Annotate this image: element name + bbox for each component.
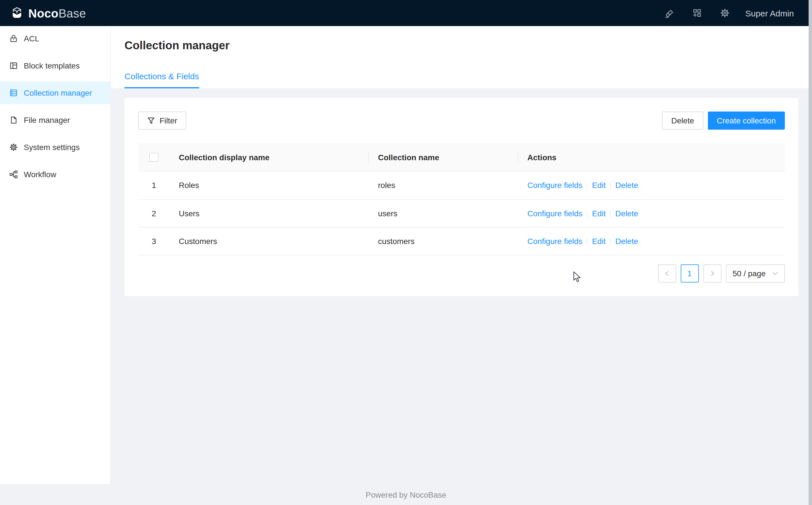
cell-name: roles (369, 172, 518, 200)
collections-card: Filter Delete Create collection (124, 98, 798, 296)
funnel-icon (147, 117, 155, 125)
logo-text-light: Base (58, 6, 86, 19)
powered-by-text: Powered by NocoBase (366, 490, 447, 499)
highlighter-icon[interactable] (655, 0, 683, 26)
action-divider (610, 210, 611, 218)
delete-link[interactable]: Delete (615, 181, 638, 190)
cell-name: users (369, 199, 518, 227)
sidebar: ACL Block templates (0, 26, 111, 484)
action-divider (587, 238, 588, 246)
table-header-row: Collection display name Collection name … (138, 143, 785, 172)
row-index[interactable]: 2 (138, 199, 170, 227)
next-page-button[interactable] (703, 265, 721, 283)
filter-button[interactable]: Filter (138, 112, 186, 130)
cell-actions: Configure fieldsEditDelete (518, 227, 785, 255)
select-all-checkbox[interactable] (150, 153, 159, 162)
gear-icon (9, 143, 18, 152)
chevron-down-icon (772, 272, 778, 276)
nocobase-logo[interactable]: NocoBase (10, 6, 86, 20)
action-divider (610, 238, 611, 246)
lock-icon (9, 34, 18, 43)
column-header-actions: Actions (518, 143, 785, 172)
sidebar-item-file-manager[interactable]: File manager (0, 109, 110, 131)
tabs-bar: Collections & Fields (124, 70, 798, 88)
user-menu[interactable]: Super Admin (745, 8, 794, 18)
sidebar-item-label: File manager (24, 116, 70, 125)
sidebar-item-system-settings[interactable]: System settings (0, 136, 110, 159)
action-divider (587, 210, 588, 218)
edit-link[interactable]: Edit (592, 209, 606, 218)
main-area: Collection manager Collections & Fields (111, 26, 812, 484)
sidebar-item-workflow[interactable]: Workflow (0, 163, 110, 186)
page-header: Collection manager Collections & Fields (111, 26, 812, 89)
chevron-right-icon (709, 271, 715, 276)
edit-link[interactable]: Edit (592, 181, 606, 190)
edit-link[interactable]: Edit (592, 237, 606, 246)
scrollbar[interactable] (809, 0, 812, 505)
file-icon (9, 116, 18, 125)
app-root: NocoBase (0, 0, 812, 505)
layout-icon (9, 61, 18, 70)
tab-collections-and-fields[interactable]: Collections & Fields (124, 70, 199, 88)
chevron-left-icon (664, 271, 670, 276)
table-row: 2 Users users Configure fieldsEditDelete (138, 199, 785, 227)
topbar-actions: Super Admin (655, 0, 794, 26)
sidebar-item-label: ACL (24, 34, 39, 43)
sidebar-item-label: System settings (24, 143, 80, 152)
topbar: NocoBase (0, 0, 812, 26)
page-title: Collection manager (124, 37, 798, 53)
cell-display-name: Users (170, 199, 369, 227)
layout: ACL Block templates (0, 26, 812, 484)
cell-display-name: Customers (170, 227, 369, 255)
toolbar-right: Delete Create collection (662, 112, 785, 130)
card-toolbar: Filter Delete Create collection (138, 112, 785, 130)
cell-display-name: Roles (170, 172, 369, 200)
database-icon (9, 88, 18, 98)
previous-page-button[interactable] (658, 265, 676, 283)
page-number-button[interactable]: 1 (681, 265, 699, 283)
settings-icon[interactable] (711, 0, 739, 26)
delete-link[interactable]: Delete (615, 209, 638, 218)
table-row: 1 Roles roles Configure fieldsEditDelete (138, 172, 785, 200)
configure-fields-link[interactable]: Configure fields (527, 209, 582, 218)
select-all-cell (138, 143, 170, 172)
page-footer: Powered by NocoBase (0, 484, 812, 505)
configure-fields-link[interactable]: Configure fields (527, 181, 582, 190)
row-index[interactable]: 1 (138, 172, 170, 200)
cell-name: customers (369, 227, 518, 255)
logo-text-bold: Noco (28, 6, 58, 19)
collections-table: Collection display name Collection name … (138, 143, 785, 255)
page-size-value: 50 / page (733, 269, 766, 278)
create-collection-button[interactable]: Create collection (708, 112, 785, 130)
row-index[interactable]: 3 (138, 227, 170, 255)
logo-text: NocoBase (28, 7, 86, 19)
filter-button-label: Filter (160, 116, 177, 125)
sidebar-item-block-templates[interactable]: Block templates (0, 54, 110, 77)
column-header-name: Collection name (369, 143, 518, 172)
cell-actions: Configure fieldsEditDelete (518, 199, 785, 227)
sidebar-item-collection-manager[interactable]: Collection manager (0, 81, 110, 104)
delete-link[interactable]: Delete (615, 237, 638, 246)
cell-actions: Configure fieldsEditDelete (518, 172, 785, 200)
configure-fields-link[interactable]: Configure fields (527, 237, 582, 246)
create-collection-button-label: Create collection (717, 116, 776, 125)
content-area: Filter Delete Create collection (111, 89, 812, 484)
delete-button[interactable]: Delete (662, 112, 703, 130)
sidebar-item-label: Block templates (24, 61, 80, 70)
appstore-add-icon[interactable] (683, 0, 711, 26)
action-divider (587, 182, 588, 190)
sidebar-item-acl[interactable]: ACL (0, 27, 110, 50)
delete-button-label: Delete (671, 116, 694, 125)
partition-icon (9, 170, 18, 179)
action-divider (610, 182, 611, 190)
pagination: 1 50 / page (138, 265, 785, 283)
column-header-display-name: Collection display name (170, 143, 369, 172)
nocobase-cube-icon (10, 6, 24, 20)
sidebar-item-label: Workflow (24, 170, 56, 179)
page-size-select[interactable]: 50 / page (726, 265, 785, 283)
table-row: 3 Customers customers Configure fieldsEd… (138, 227, 785, 255)
sidebar-item-label: Collection manager (24, 88, 92, 98)
